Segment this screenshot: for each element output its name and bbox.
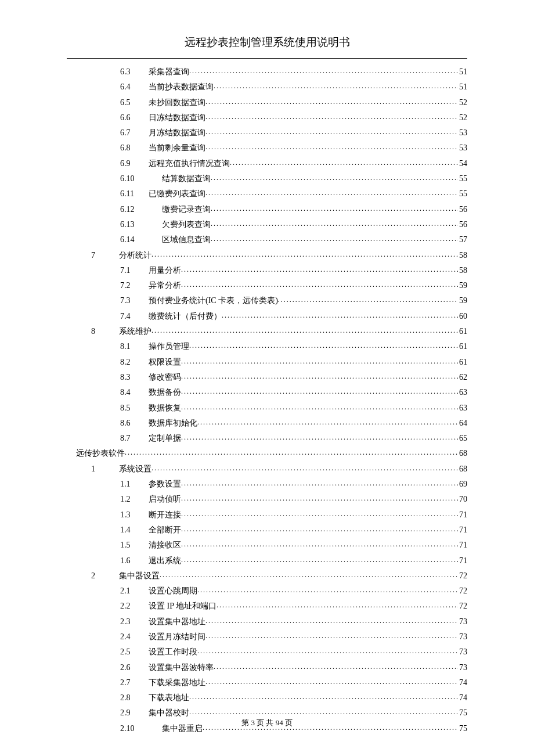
toc-entry[interactable]: 1.6退出系统71 bbox=[67, 553, 467, 568]
toc-entry[interactable]: 6.3采集器查询51 bbox=[67, 64, 467, 80]
toc-entry[interactable]: 8.1操作员管理61 bbox=[67, 339, 467, 354]
toc-leader-dots bbox=[189, 689, 458, 704]
toc-entry[interactable]: 2.8下载表地址74 bbox=[67, 690, 467, 705]
toc-number: 6.12 bbox=[120, 202, 162, 217]
toc-entry[interactable]: 远传抄表软件68 bbox=[67, 446, 467, 461]
toc-page: 61 bbox=[458, 324, 467, 339]
toc-entry[interactable]: 2.4设置月冻结时间73 bbox=[67, 629, 467, 645]
toc-entry[interactable]: 6.12缴费记录查询56 bbox=[67, 202, 467, 217]
toc-label: 已缴费列表查询 bbox=[149, 186, 205, 201]
toc-label: 启动侦听 bbox=[149, 492, 181, 507]
toc-label: 系统设置 bbox=[119, 462, 151, 477]
toc-entry[interactable]: 6.11已缴费列表查询55 bbox=[67, 186, 467, 201]
toc-label: 断开连接 bbox=[149, 507, 181, 523]
toc-entry[interactable]: 2.6设置集中器波特率73 bbox=[67, 660, 467, 675]
toc-number: 2.4 bbox=[120, 629, 149, 645]
toc-page: 59 bbox=[458, 278, 467, 293]
toc-number: 2 bbox=[91, 568, 119, 584]
toc-page: 57 bbox=[458, 232, 467, 247]
toc-page: 68 bbox=[458, 462, 467, 477]
toc-page: 73 bbox=[458, 660, 467, 675]
toc-leader-dots bbox=[160, 567, 458, 582]
toc-entry[interactable]: 2.1设置心跳周期72 bbox=[67, 584, 467, 599]
toc-number: 6.3 bbox=[120, 64, 149, 80]
toc-page: 69 bbox=[458, 477, 467, 492]
toc-entry[interactable]: 7.2异常分析59 bbox=[67, 278, 467, 293]
toc-entry[interactable]: 2.7下载采集器地址74 bbox=[67, 675, 467, 690]
toc-entry[interactable]: 8.5数据恢复63 bbox=[67, 401, 467, 416]
toc-entry[interactable]: 1系统设置68 bbox=[67, 462, 467, 477]
toc-entry[interactable]: 8系统维护61 bbox=[67, 324, 467, 339]
toc-leader-dots bbox=[205, 109, 458, 124]
toc-entry[interactable]: 7.4缴费统计（后付费）60 bbox=[67, 309, 467, 324]
toc-leader-dots bbox=[181, 521, 458, 537]
toc-label: 未抄回数据查询 bbox=[149, 95, 205, 110]
toc-entry[interactable]: 7.3预付费业务统计(IC 卡表，远传类表)59 bbox=[67, 293, 467, 308]
toc-leader-dots bbox=[278, 292, 458, 307]
toc-number: 8.2 bbox=[120, 355, 149, 370]
toc-label: 预付费业务统计(IC 卡表，远传类表) bbox=[149, 293, 278, 308]
toc-entry[interactable]: 6.4当前抄表数据查询51 bbox=[67, 80, 467, 95]
toc-number: 2.6 bbox=[120, 660, 149, 675]
toc-entry[interactable]: 8.6数据库初始化64 bbox=[67, 416, 467, 431]
toc-entry[interactable]: 6.8当前剩余量查询53 bbox=[67, 141, 467, 156]
toc-entry[interactable]: 8.3修改密码62 bbox=[67, 370, 467, 385]
toc-entry[interactable]: 2.2设置 IP 地址和端口72 bbox=[67, 599, 467, 614]
toc-leader-dots bbox=[151, 247, 458, 262]
toc-page: 62 bbox=[458, 370, 467, 385]
toc-entry[interactable]: 6.14区域信息查询57 bbox=[67, 232, 467, 247]
toc-entry[interactable]: 6.9远程充值执行情况查询54 bbox=[67, 156, 467, 171]
toc-label: 缴费记录查询 bbox=[162, 202, 211, 217]
toc-page: 54 bbox=[458, 156, 467, 171]
toc-entry[interactable]: 6.13欠费列表查询56 bbox=[67, 217, 467, 232]
toc-label: 参数设置 bbox=[149, 477, 181, 492]
toc-number: 1 bbox=[91, 462, 119, 477]
title-rule bbox=[67, 58, 467, 59]
toc-page: 72 bbox=[458, 599, 467, 614]
toc-leader-dots bbox=[205, 94, 458, 109]
toc-entry[interactable]: 7.1用量分析58 bbox=[67, 263, 467, 278]
toc-page: 64 bbox=[458, 416, 467, 431]
toc-entry[interactable]: 6.10结算数据查询55 bbox=[67, 171, 467, 186]
toc-number: 6.13 bbox=[120, 217, 162, 232]
toc-label: 操作员管理 bbox=[149, 339, 189, 354]
toc-page: 65 bbox=[458, 431, 467, 446]
toc-entry[interactable]: 2.5设置工作时段73 bbox=[67, 645, 467, 660]
toc-entry[interactable]: 2集中器设置72 bbox=[67, 568, 467, 584]
toc-entry[interactable]: 6.7月冻结数据查询53 bbox=[67, 125, 467, 141]
toc-entry[interactable]: 2.3设置集中器地址73 bbox=[67, 614, 467, 629]
toc-page: 60 bbox=[458, 309, 467, 324]
toc-entry[interactable]: 8.4数据备份63 bbox=[67, 385, 467, 400]
toc-page: 68 bbox=[458, 446, 467, 461]
toc-page: 71 bbox=[458, 538, 467, 553]
toc-leader-dots bbox=[211, 231, 458, 246]
toc-leader-dots bbox=[211, 170, 458, 185]
toc-leader-dots bbox=[189, 63, 458, 78]
toc-number: 1.3 bbox=[120, 507, 149, 523]
toc-label: 分析统计 bbox=[119, 248, 151, 263]
toc-entry[interactable]: 8.7定制单据65 bbox=[67, 431, 467, 446]
toc-number: 6.8 bbox=[120, 141, 149, 156]
toc-entry[interactable]: 1.1参数设置69 bbox=[67, 477, 467, 492]
toc-number: 6.4 bbox=[120, 80, 149, 95]
toc-label: 退出系统 bbox=[149, 553, 181, 568]
toc-page: 55 bbox=[458, 186, 467, 201]
toc-number: 8.1 bbox=[120, 339, 149, 354]
toc-entry[interactable]: 1.2启动侦听70 bbox=[67, 492, 467, 507]
toc-label: 结算数据查询 bbox=[162, 171, 211, 186]
toc-number: 1.4 bbox=[120, 523, 149, 538]
toc-entry[interactable]: 1.4全部断开71 bbox=[67, 523, 467, 538]
toc-entry[interactable]: 6.5未抄回数据查询52 bbox=[67, 95, 467, 110]
table-of-contents: 6.3采集器查询516.4当前抄表数据查询516.5未抄回数据查询526.6日冻… bbox=[67, 64, 467, 736]
toc-page: 55 bbox=[458, 171, 467, 186]
toc-number: 7.3 bbox=[120, 293, 149, 308]
toc-label: 数据备份 bbox=[149, 385, 181, 400]
toc-entry[interactable]: 8.2权限设置61 bbox=[67, 355, 467, 370]
toc-entry[interactable]: 1.5清接收区71 bbox=[67, 538, 467, 553]
toc-entry[interactable]: 1.3断开连接71 bbox=[67, 507, 467, 523]
toc-entry[interactable]: 6.6日冻结数据查询52 bbox=[67, 110, 467, 125]
toc-leader-dots bbox=[181, 430, 458, 445]
toc-page: 73 bbox=[458, 645, 467, 660]
toc-entry[interactable]: 7分析统计58 bbox=[67, 248, 467, 263]
toc-page: 53 bbox=[458, 125, 467, 141]
